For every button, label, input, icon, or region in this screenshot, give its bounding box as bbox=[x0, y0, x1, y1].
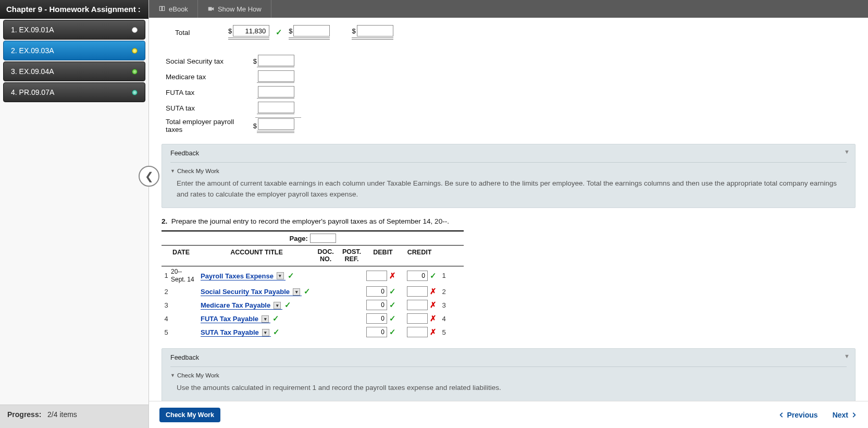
col-date: DATE bbox=[162, 246, 201, 266]
col-account-title: ACCOUNT TITLE bbox=[201, 246, 313, 266]
tab-ebook-label: eBook bbox=[169, 5, 188, 13]
account-select-label: FUTA Tax Payable bbox=[201, 315, 258, 323]
tax-input-4[interactable] bbox=[258, 102, 294, 113]
journal-page-input[interactable] bbox=[310, 234, 336, 243]
status-dot-icon bbox=[132, 90, 138, 95]
chevron-down-icon: ▾ bbox=[262, 329, 269, 336]
col-post-ref: POST.REF. bbox=[339, 246, 365, 266]
chevron-down-icon: ▾ bbox=[274, 302, 281, 309]
progress-footer: Progress: 2/4 items bbox=[0, 405, 148, 428]
debit-input[interactable] bbox=[366, 300, 387, 310]
collapse-feedback-icon[interactable]: ▼ bbox=[844, 149, 850, 155]
content-area[interactable]: Total $ ✓ $ $ Social Security tax$Medica… bbox=[149, 18, 868, 428]
debit-input[interactable] bbox=[366, 327, 387, 337]
credit-input[interactable] bbox=[407, 300, 428, 310]
row-number-right: 2 bbox=[439, 288, 449, 296]
col-credit: CREDIT bbox=[401, 246, 438, 266]
chevron-down-icon: ▾ bbox=[293, 288, 300, 296]
credit-input[interactable] bbox=[407, 271, 428, 281]
x-icon: ✗ bbox=[430, 300, 437, 310]
status-dot-icon bbox=[132, 48, 138, 54]
sidebar-item-1[interactable]: 1. EX.09.01A bbox=[3, 20, 145, 40]
sidebar-item-label: 2. EX.09.03A bbox=[11, 46, 54, 55]
x-icon: ✗ bbox=[430, 314, 437, 323]
row-number-left: 4 bbox=[162, 315, 171, 323]
status-dot-icon bbox=[132, 27, 138, 33]
credit-input[interactable] bbox=[407, 313, 428, 324]
debit-input[interactable] bbox=[366, 313, 387, 324]
account-select[interactable]: SUTA Tax Payable▾ bbox=[201, 328, 271, 337]
feedback-title: Feedback bbox=[170, 354, 847, 361]
sidebar-item-2[interactable]: 2. EX.09.03A bbox=[3, 41, 145, 60]
credit-input[interactable] bbox=[407, 327, 428, 337]
check-icon: ✓ bbox=[271, 327, 280, 336]
tax-input-3[interactable] bbox=[258, 86, 294, 97]
total-input-2[interactable] bbox=[293, 25, 330, 36]
check-icon: ✓ bbox=[389, 300, 396, 310]
collapse-feedback-icon[interactable]: ▼ bbox=[844, 353, 850, 359]
tax-total-input[interactable] bbox=[258, 118, 294, 130]
check-my-work-toggle[interactable]: Check My Work bbox=[170, 372, 847, 378]
chevron-left-icon bbox=[778, 411, 785, 419]
sidebar-title: Chapter 9 - Homework Assignment : bbox=[0, 0, 148, 19]
sidebar-item-4[interactable]: 4. PR.09.07A bbox=[3, 82, 145, 102]
journal-row: 4FUTA Tax Payable▾ ✓✓✗4 bbox=[162, 312, 464, 325]
svg-rect-0 bbox=[208, 7, 212, 11]
dollar-sign-icon: $ bbox=[228, 27, 232, 35]
previous-button[interactable]: Previous bbox=[778, 411, 818, 419]
account-select[interactable]: Social Security Tax Payable▾ bbox=[201, 288, 302, 296]
tab-show-me-how-label: Show Me How bbox=[218, 5, 262, 13]
progress-value: 2/4 items bbox=[47, 410, 77, 419]
tab-ebook[interactable]: eBook bbox=[149, 0, 198, 18]
journal-page-label: Page: bbox=[162, 231, 464, 246]
account-select-label: SUTA Tax Payable bbox=[201, 328, 259, 336]
feedback-panel-2: ▼ Feedback Check My Work Use the amounts… bbox=[162, 348, 855, 401]
tab-show-me-how[interactable]: Show Me How bbox=[198, 0, 271, 18]
total-input-1[interactable] bbox=[233, 25, 269, 36]
total-label: Total bbox=[175, 29, 222, 36]
check-my-work-button[interactable]: Check My Work bbox=[159, 408, 220, 422]
check-my-work-label: Check My Work bbox=[177, 168, 219, 174]
account-select-label: Social Security Tax Payable bbox=[201, 288, 290, 296]
sidebar-item-label: 3. EX.09.04A bbox=[11, 67, 54, 76]
question-2-prompt: 2. Prepare the journal entry to record t… bbox=[162, 217, 855, 225]
journal-row: 120--Sept. 14Payroll Taxes Expense▾ ✓✗✓1 bbox=[162, 266, 464, 285]
tax-input-2[interactable] bbox=[258, 70, 294, 82]
journal-row: 3Medicare Tax Payable▾ ✓✓✗3 bbox=[162, 298, 464, 312]
check-my-work-label: Check My Work bbox=[177, 372, 219, 378]
sidebar-collapse-button[interactable]: ❮ bbox=[139, 166, 159, 187]
check-icon: ✓ bbox=[389, 327, 396, 337]
check-icon: ✓ bbox=[430, 271, 437, 280]
feedback-title: Feedback bbox=[170, 150, 847, 157]
dollar-sign-icon: $ bbox=[252, 122, 257, 130]
account-select-label: Payroll Taxes Expense bbox=[201, 272, 274, 280]
chevron-down-icon: ▾ bbox=[277, 272, 284, 279]
row-number-right: 1 bbox=[439, 272, 449, 279]
row-number-left: 1 bbox=[162, 272, 171, 279]
question-number: 2. bbox=[162, 217, 167, 225]
tax-label: FUTA tax bbox=[166, 89, 252, 96]
dollar-sign-icon: $ bbox=[252, 57, 257, 65]
tax-input-1[interactable] bbox=[258, 55, 294, 66]
account-select-label: Medicare Tax Payable bbox=[201, 301, 270, 309]
check-my-work-toggle[interactable]: Check My Work bbox=[170, 168, 847, 174]
total-input-3[interactable] bbox=[357, 25, 393, 36]
debit-input[interactable] bbox=[366, 271, 387, 281]
progress-label: Progress: bbox=[7, 410, 41, 419]
next-button[interactable]: Next bbox=[833, 411, 858, 419]
sidebar-item-3[interactable]: 3. EX.09.04A bbox=[3, 62, 145, 81]
row-number-right: 3 bbox=[439, 301, 449, 309]
journal-row: 2Social Security Tax Payable▾ ✓✓✗2 bbox=[162, 285, 464, 298]
account-select[interactable]: Payroll Taxes Expense▾ bbox=[201, 272, 286, 280]
sidebar-item-label: 1. EX.09.01A bbox=[11, 26, 54, 34]
credit-input[interactable] bbox=[407, 286, 428, 297]
feedback-body: Use the amounts calculated in requiremen… bbox=[170, 383, 847, 394]
row-number-right: 5 bbox=[439, 328, 449, 336]
dollar-sign-icon: $ bbox=[352, 27, 355, 35]
col-doc-no: DOC.NO. bbox=[313, 246, 339, 266]
account-select[interactable]: Medicare Tax Payable▾ bbox=[201, 301, 282, 310]
check-icon: ✓ bbox=[276, 28, 282, 37]
account-select[interactable]: FUTA Tax Payable▾ bbox=[201, 315, 270, 323]
debit-input[interactable] bbox=[366, 286, 387, 297]
bottom-action-bar: Check My Work Previous Next bbox=[149, 401, 868, 428]
